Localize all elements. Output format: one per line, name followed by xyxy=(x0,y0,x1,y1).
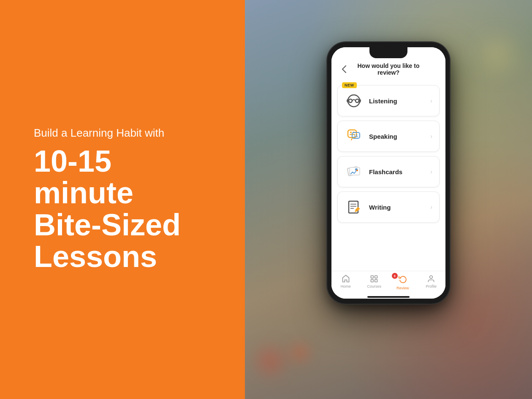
svg-point-7 xyxy=(354,135,356,136)
svg-point-8 xyxy=(356,135,358,136)
nav-item-home[interactable]: Home xyxy=(331,275,360,290)
nav-item-profile[interactable]: Profile xyxy=(417,275,446,290)
nav-label-home: Home xyxy=(341,284,351,288)
svg-point-0 xyxy=(348,95,360,107)
hand-phone-container: How would you like to review? NEW xyxy=(279,34,498,380)
review-card-writing[interactable]: Writing › xyxy=(337,191,440,223)
svg-rect-20 xyxy=(375,280,377,282)
svg-rect-19 xyxy=(371,280,374,282)
speaking-label: Speaking xyxy=(369,133,397,140)
review-options-list: NEW List xyxy=(331,82,445,271)
svg-rect-18 xyxy=(375,276,377,278)
phone-notch xyxy=(369,47,407,58)
writing-icon xyxy=(345,198,363,216)
nav-label-profile: Profile xyxy=(426,284,437,288)
main-headline: 10-15 minute Bite-Sized Lessons xyxy=(34,146,220,273)
left-panel: Build a Learning Habit with 10-15 minute… xyxy=(0,0,245,399)
headline-line2: Bite-Sized xyxy=(34,209,220,241)
app-screen: How would you like to review? NEW xyxy=(331,47,445,299)
listening-label: Listening xyxy=(369,97,397,105)
review-card-speaking[interactable]: Speaking › xyxy=(337,121,440,152)
listening-icon xyxy=(345,92,363,110)
flashcards-icon xyxy=(345,162,363,181)
writing-label: Writing xyxy=(369,204,391,211)
nav-item-review[interactable]: 9 Review xyxy=(388,275,417,290)
speaking-chevron: › xyxy=(430,133,432,140)
nav-review-badge: 9 xyxy=(392,273,398,279)
bottom-nav: Home Courses xyxy=(331,271,445,294)
home-indicator xyxy=(367,296,410,298)
subtitle-text: Build a Learning Habit with xyxy=(34,126,220,140)
svg-point-12 xyxy=(356,170,358,171)
svg-point-1 xyxy=(349,99,352,102)
svg-point-21 xyxy=(430,276,433,279)
headline-line1: 10-15 minute xyxy=(34,146,220,209)
review-card-flashcards[interactable]: Flashcards › xyxy=(337,156,440,187)
flashcards-label: Flashcards xyxy=(369,168,402,175)
svg-rect-17 xyxy=(371,276,374,278)
svg-point-2 xyxy=(356,99,359,102)
right-panel: How would you like to review? NEW xyxy=(245,0,532,399)
back-button[interactable] xyxy=(338,63,350,75)
svg-point-4 xyxy=(350,132,352,133)
flashcards-chevron: › xyxy=(430,168,432,175)
nav-label-review: Review xyxy=(396,286,409,290)
phone-shell: How would you like to review? NEW xyxy=(327,42,450,304)
listening-chevron: › xyxy=(430,97,432,104)
new-badge: NEW xyxy=(342,82,357,88)
review-card-listening[interactable]: NEW List xyxy=(337,85,440,116)
nav-item-courses[interactable]: Courses xyxy=(360,275,389,290)
headline-line3: Lessons xyxy=(34,241,220,273)
screen-title: How would you like to review? xyxy=(350,62,427,76)
nav-label-courses: Courses xyxy=(367,284,381,288)
phone-screen: How would you like to review? NEW xyxy=(331,47,445,299)
writing-chevron: › xyxy=(430,204,432,210)
speaking-icon xyxy=(345,127,363,146)
